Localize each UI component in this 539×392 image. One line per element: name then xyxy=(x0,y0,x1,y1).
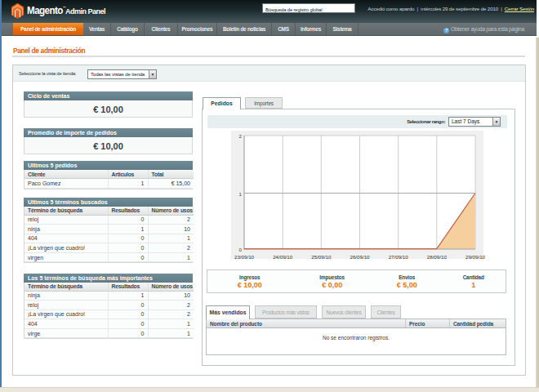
svg-text:28/09/10: 28/09/10 xyxy=(427,254,448,260)
svg-text:2: 2 xyxy=(239,133,243,139)
svg-text:0: 0 xyxy=(239,247,243,252)
svg-text:29/09/10: 29/09/10 xyxy=(466,254,486,260)
svg-text:27/09/10: 27/09/10 xyxy=(389,254,409,260)
svg-text:1: 1 xyxy=(239,191,243,197)
svg-text:24/09/10: 24/09/10 xyxy=(273,254,293,260)
svg-text:25/09/10: 25/09/10 xyxy=(311,254,332,260)
svg-text:26/09/10: 26/09/10 xyxy=(350,254,370,260)
svg-text:23/09/10: 23/09/10 xyxy=(234,254,255,260)
